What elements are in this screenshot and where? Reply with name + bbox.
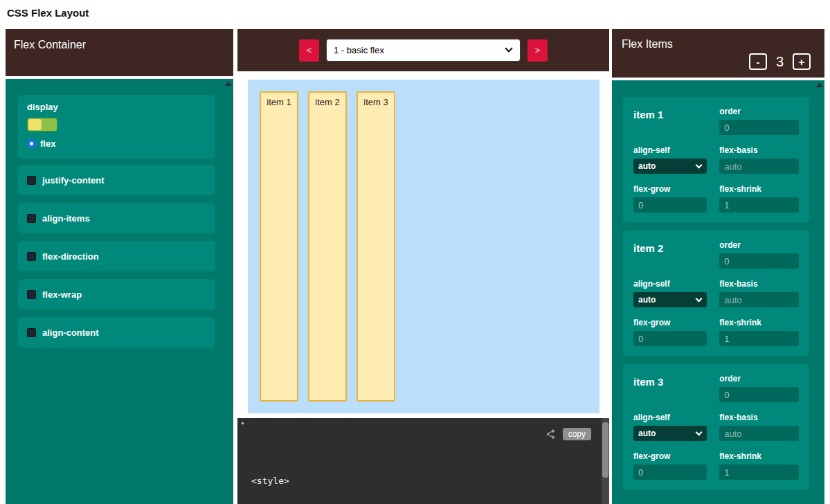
flex-shrink-input[interactable] — [719, 331, 799, 346]
item-card-title: item 1 — [633, 107, 707, 135]
display-flex-radio-row[interactable]: flex — [27, 138, 206, 149]
flex-basis-input[interactable] — [719, 292, 799, 307]
flex-container-header: Flex Container — [6, 29, 233, 76]
checkbox-icon[interactable] — [27, 252, 36, 261]
flex-demo-item: item 2 — [308, 91, 347, 402]
align-self-label: align-self — [633, 145, 707, 155]
flex-items-title: Flex Items — [622, 38, 673, 50]
code-panel: copy <style> .flex-container { display: … — [237, 418, 609, 504]
align-self-select[interactable]: auto — [633, 159, 707, 174]
remove-item-button[interactable]: - — [749, 53, 767, 70]
flex-container-title: Flex Container — [14, 39, 86, 51]
checkbox-icon[interactable] — [27, 176, 36, 185]
flex-container-panel: Flex Container display flex justify-cont… — [6, 29, 233, 504]
next-example-button[interactable]: > — [527, 39, 548, 62]
display-card: display flex — [18, 95, 215, 159]
flex-grow-label: flex-grow — [633, 184, 707, 194]
code-scrollbar[interactable] — [602, 418, 609, 504]
align-self-select[interactable]: auto — [633, 292, 707, 307]
checkbox-icon[interactable] — [27, 328, 36, 337]
flex-shrink-input[interactable] — [719, 197, 799, 213]
item-card-1: item 1 order align-self auto flex-basis — [623, 97, 809, 222]
order-label: order — [719, 107, 799, 116]
flex-grow-label: flex-grow — [633, 451, 707, 461]
order-label: order — [719, 374, 799, 384]
prop-label: justify-content — [42, 175, 105, 186]
flex-container-body: display flex justify-content align-items… — [6, 79, 233, 504]
flex-demo-container: item 1 item 2 item 3 — [248, 80, 599, 413]
flex-items-panel: Flex Items - 3 + item 1 order align-self… — [612, 29, 824, 504]
order-input[interactable] — [719, 253, 799, 269]
prop-label: flex-direction — [42, 251, 99, 262]
item-count-controls: - 3 + — [749, 53, 811, 70]
flex-basis-label: flex-basis — [719, 279, 799, 289]
item-card-title: item 2 — [633, 240, 707, 269]
flex-demo-item: item 3 — [357, 91, 395, 402]
flex-basis-input[interactable] — [719, 426, 799, 441]
flex-grow-input[interactable] — [633, 197, 707, 213]
scroll-up-icon[interactable] — [816, 82, 823, 87]
display-toggle[interactable] — [27, 118, 57, 132]
example-select[interactable]: 1 - basic flex — [326, 39, 521, 62]
flex-grow-input[interactable] — [633, 331, 707, 346]
prop-card-flex-direction[interactable]: flex-direction — [18, 241, 215, 271]
toggle-knob-icon — [28, 119, 42, 130]
prop-card-align-items[interactable]: align-items — [18, 203, 215, 233]
prop-card-flex-wrap[interactable]: flex-wrap — [18, 279, 215, 309]
align-self-select[interactable]: auto — [633, 426, 707, 441]
align-self-select-wrap: auto — [633, 292, 707, 307]
code-dot — [242, 422, 244, 424]
order-input[interactable] — [719, 120, 799, 135]
flex-basis-label: flex-basis — [719, 413, 799, 422]
align-self-label: align-self — [633, 413, 707, 422]
order-input[interactable] — [719, 387, 799, 402]
flex-shrink-label: flex-shrink — [719, 184, 799, 194]
flex-demo-item: item 1 — [260, 91, 298, 402]
prop-card-justify-content[interactable]: justify-content — [18, 165, 215, 195]
code-line: <style> — [251, 474, 609, 487]
prop-card-align-content[interactable]: align-content — [18, 317, 215, 348]
item-count: 3 — [776, 54, 784, 70]
prop-label: align-items — [42, 213, 90, 224]
prop-label: flex-wrap — [42, 289, 82, 300]
copy-button[interactable]: copy — [563, 428, 591, 440]
align-self-select-wrap: auto — [633, 159, 707, 174]
share-icon[interactable] — [545, 429, 556, 440]
flex-items-body: item 1 order align-self auto flex-basis — [612, 80, 824, 504]
flex-grow-label: flex-grow — [633, 318, 707, 327]
flex-items-header: Flex Items - 3 + — [612, 29, 824, 78]
radio-selected-icon[interactable] — [27, 139, 36, 148]
flex-shrink-label: flex-shrink — [719, 451, 799, 461]
flex-basis-input[interactable] — [719, 159, 799, 174]
align-self-select-wrap: auto — [633, 426, 707, 441]
page-title: CSS Flex Layout — [7, 7, 89, 19]
item-card-2: item 2 order align-self auto flex-basis — [623, 231, 809, 356]
add-item-button[interactable]: + — [793, 53, 811, 70]
flex-grow-input[interactable] — [633, 465, 707, 480]
code-scrollbar-thumb[interactable] — [602, 422, 608, 478]
preview-panel: < 1 - basic flex > item 1 item 2 item 3 … — [237, 29, 609, 504]
order-label: order — [719, 240, 799, 250]
flex-shrink-label: flex-shrink — [719, 318, 799, 327]
align-self-label: align-self — [633, 279, 707, 289]
code-toolbar: copy — [545, 428, 591, 440]
display-label: display — [27, 102, 206, 112]
item-card-3: item 3 order align-self auto flex-basis — [623, 364, 809, 489]
item-card-title: item 3 — [633, 374, 707, 402]
flex-basis-label: flex-basis — [719, 145, 799, 155]
checkbox-icon[interactable] — [27, 290, 36, 299]
scroll-up-icon[interactable] — [225, 81, 232, 86]
code-block: <style> .flex-container { display: flex; — [251, 448, 609, 504]
example-select-wrap: 1 - basic flex — [326, 39, 521, 62]
checkbox-icon[interactable] — [27, 214, 36, 223]
prop-label: align-content — [42, 327, 99, 338]
prev-example-button[interactable]: < — [299, 39, 319, 62]
display-flex-radio-label: flex — [40, 138, 55, 149]
flex-shrink-input[interactable] — [719, 465, 799, 480]
example-toolbar: < 1 - basic flex > — [237, 29, 609, 71]
